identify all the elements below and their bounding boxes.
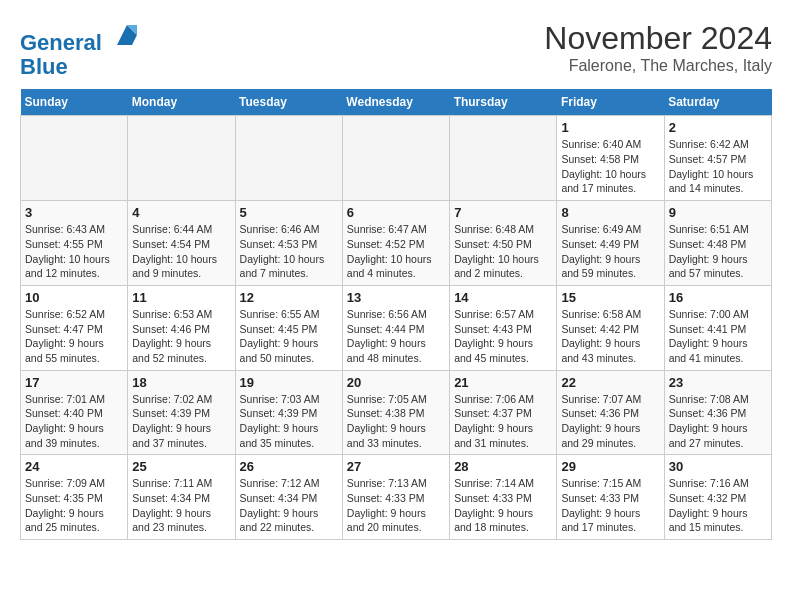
- day-info: Sunrise: 6:43 AMSunset: 4:55 PMDaylight:…: [25, 222, 123, 281]
- day-info: Sunrise: 7:07 AMSunset: 4:36 PMDaylight:…: [561, 392, 659, 451]
- day-info: Sunrise: 7:02 AMSunset: 4:39 PMDaylight:…: [132, 392, 230, 451]
- day-info: Sunrise: 6:49 AMSunset: 4:49 PMDaylight:…: [561, 222, 659, 281]
- day-info: Sunrise: 7:05 AMSunset: 4:38 PMDaylight:…: [347, 392, 445, 451]
- day-info: Sunrise: 6:53 AMSunset: 4:46 PMDaylight:…: [132, 307, 230, 366]
- calendar-cell: [235, 116, 342, 201]
- day-info: Sunrise: 7:13 AMSunset: 4:33 PMDaylight:…: [347, 476, 445, 535]
- calendar-cell: 25Sunrise: 7:11 AMSunset: 4:34 PMDayligh…: [128, 455, 235, 540]
- day-number: 7: [454, 205, 552, 220]
- weekday-header-tuesday: Tuesday: [235, 89, 342, 116]
- day-info: Sunrise: 6:44 AMSunset: 4:54 PMDaylight:…: [132, 222, 230, 281]
- calendar-cell: 22Sunrise: 7:07 AMSunset: 4:36 PMDayligh…: [557, 370, 664, 455]
- calendar-cell: 18Sunrise: 7:02 AMSunset: 4:39 PMDayligh…: [128, 370, 235, 455]
- weekday-header-sunday: Sunday: [21, 89, 128, 116]
- calendar-cell: 12Sunrise: 6:55 AMSunset: 4:45 PMDayligh…: [235, 285, 342, 370]
- calendar-week-row: 17Sunrise: 7:01 AMSunset: 4:40 PMDayligh…: [21, 370, 772, 455]
- day-info: Sunrise: 6:57 AMSunset: 4:43 PMDaylight:…: [454, 307, 552, 366]
- day-info: Sunrise: 7:08 AMSunset: 4:36 PMDaylight:…: [669, 392, 767, 451]
- calendar-cell: 10Sunrise: 6:52 AMSunset: 4:47 PMDayligh…: [21, 285, 128, 370]
- day-number: 27: [347, 459, 445, 474]
- calendar-cell: 2Sunrise: 6:42 AMSunset: 4:57 PMDaylight…: [664, 116, 771, 201]
- calendar-cell: 24Sunrise: 7:09 AMSunset: 4:35 PMDayligh…: [21, 455, 128, 540]
- weekday-header-saturday: Saturday: [664, 89, 771, 116]
- day-number: 3: [25, 205, 123, 220]
- day-number: 2: [669, 120, 767, 135]
- calendar-cell: 21Sunrise: 7:06 AMSunset: 4:37 PMDayligh…: [450, 370, 557, 455]
- day-number: 9: [669, 205, 767, 220]
- day-number: 16: [669, 290, 767, 305]
- logo-icon: [112, 20, 142, 50]
- day-info: Sunrise: 6:56 AMSunset: 4:44 PMDaylight:…: [347, 307, 445, 366]
- day-number: 24: [25, 459, 123, 474]
- calendar-cell: [21, 116, 128, 201]
- calendar-cell: 30Sunrise: 7:16 AMSunset: 4:32 PMDayligh…: [664, 455, 771, 540]
- day-info: Sunrise: 7:09 AMSunset: 4:35 PMDaylight:…: [25, 476, 123, 535]
- day-number: 29: [561, 459, 659, 474]
- day-info: Sunrise: 7:11 AMSunset: 4:34 PMDaylight:…: [132, 476, 230, 535]
- weekday-header-thursday: Thursday: [450, 89, 557, 116]
- day-number: 12: [240, 290, 338, 305]
- calendar-cell: 19Sunrise: 7:03 AMSunset: 4:39 PMDayligh…: [235, 370, 342, 455]
- day-info: Sunrise: 6:48 AMSunset: 4:50 PMDaylight:…: [454, 222, 552, 281]
- day-number: 25: [132, 459, 230, 474]
- calendar-cell: 3Sunrise: 6:43 AMSunset: 4:55 PMDaylight…: [21, 201, 128, 286]
- day-info: Sunrise: 7:15 AMSunset: 4:33 PMDaylight:…: [561, 476, 659, 535]
- calendar-week-row: 1Sunrise: 6:40 AMSunset: 4:58 PMDaylight…: [21, 116, 772, 201]
- calendar-cell: [128, 116, 235, 201]
- day-info: Sunrise: 7:03 AMSunset: 4:39 PMDaylight:…: [240, 392, 338, 451]
- day-number: 10: [25, 290, 123, 305]
- calendar-cell: 27Sunrise: 7:13 AMSunset: 4:33 PMDayligh…: [342, 455, 449, 540]
- day-number: 8: [561, 205, 659, 220]
- calendar-cell: 20Sunrise: 7:05 AMSunset: 4:38 PMDayligh…: [342, 370, 449, 455]
- calendar-cell: 28Sunrise: 7:14 AMSunset: 4:33 PMDayligh…: [450, 455, 557, 540]
- day-number: 13: [347, 290, 445, 305]
- location-title: Falerone, The Marches, Italy: [544, 57, 772, 75]
- day-info: Sunrise: 7:12 AMSunset: 4:34 PMDaylight:…: [240, 476, 338, 535]
- calendar-cell: 13Sunrise: 6:56 AMSunset: 4:44 PMDayligh…: [342, 285, 449, 370]
- header: General Blue November 2024 Falerone, The…: [20, 20, 772, 79]
- day-number: 17: [25, 375, 123, 390]
- logo-general: General: [20, 30, 102, 55]
- day-number: 20: [347, 375, 445, 390]
- weekday-header-friday: Friday: [557, 89, 664, 116]
- day-number: 26: [240, 459, 338, 474]
- calendar-cell: 11Sunrise: 6:53 AMSunset: 4:46 PMDayligh…: [128, 285, 235, 370]
- day-info: Sunrise: 6:46 AMSunset: 4:53 PMDaylight:…: [240, 222, 338, 281]
- weekday-header-monday: Monday: [128, 89, 235, 116]
- day-number: 18: [132, 375, 230, 390]
- day-info: Sunrise: 7:01 AMSunset: 4:40 PMDaylight:…: [25, 392, 123, 451]
- calendar-cell: 26Sunrise: 7:12 AMSunset: 4:34 PMDayligh…: [235, 455, 342, 540]
- title-area: November 2024 Falerone, The Marches, Ita…: [544, 20, 772, 75]
- day-info: Sunrise: 7:16 AMSunset: 4:32 PMDaylight:…: [669, 476, 767, 535]
- day-info: Sunrise: 6:40 AMSunset: 4:58 PMDaylight:…: [561, 137, 659, 196]
- calendar-cell: 14Sunrise: 6:57 AMSunset: 4:43 PMDayligh…: [450, 285, 557, 370]
- day-info: Sunrise: 6:52 AMSunset: 4:47 PMDaylight:…: [25, 307, 123, 366]
- calendar-cell: [450, 116, 557, 201]
- calendar-cell: 7Sunrise: 6:48 AMSunset: 4:50 PMDaylight…: [450, 201, 557, 286]
- weekday-header-wednesday: Wednesday: [342, 89, 449, 116]
- calendar-cell: 9Sunrise: 6:51 AMSunset: 4:48 PMDaylight…: [664, 201, 771, 286]
- calendar-table: SundayMondayTuesdayWednesdayThursdayFrid…: [20, 89, 772, 540]
- day-number: 1: [561, 120, 659, 135]
- logo: General Blue: [20, 20, 142, 79]
- calendar-cell: 16Sunrise: 7:00 AMSunset: 4:41 PMDayligh…: [664, 285, 771, 370]
- logo-blue: Blue: [20, 54, 68, 79]
- calendar-cell: [342, 116, 449, 201]
- day-number: 19: [240, 375, 338, 390]
- day-number: 11: [132, 290, 230, 305]
- day-number: 28: [454, 459, 552, 474]
- day-info: Sunrise: 6:58 AMSunset: 4:42 PMDaylight:…: [561, 307, 659, 366]
- day-info: Sunrise: 6:42 AMSunset: 4:57 PMDaylight:…: [669, 137, 767, 196]
- day-number: 30: [669, 459, 767, 474]
- day-info: Sunrise: 6:55 AMSunset: 4:45 PMDaylight:…: [240, 307, 338, 366]
- day-number: 4: [132, 205, 230, 220]
- calendar-week-row: 24Sunrise: 7:09 AMSunset: 4:35 PMDayligh…: [21, 455, 772, 540]
- calendar-cell: 4Sunrise: 6:44 AMSunset: 4:54 PMDaylight…: [128, 201, 235, 286]
- calendar-week-row: 10Sunrise: 6:52 AMSunset: 4:47 PMDayligh…: [21, 285, 772, 370]
- calendar-cell: 29Sunrise: 7:15 AMSunset: 4:33 PMDayligh…: [557, 455, 664, 540]
- day-number: 15: [561, 290, 659, 305]
- day-info: Sunrise: 7:06 AMSunset: 4:37 PMDaylight:…: [454, 392, 552, 451]
- day-number: 22: [561, 375, 659, 390]
- day-number: 5: [240, 205, 338, 220]
- calendar-cell: 17Sunrise: 7:01 AMSunset: 4:40 PMDayligh…: [21, 370, 128, 455]
